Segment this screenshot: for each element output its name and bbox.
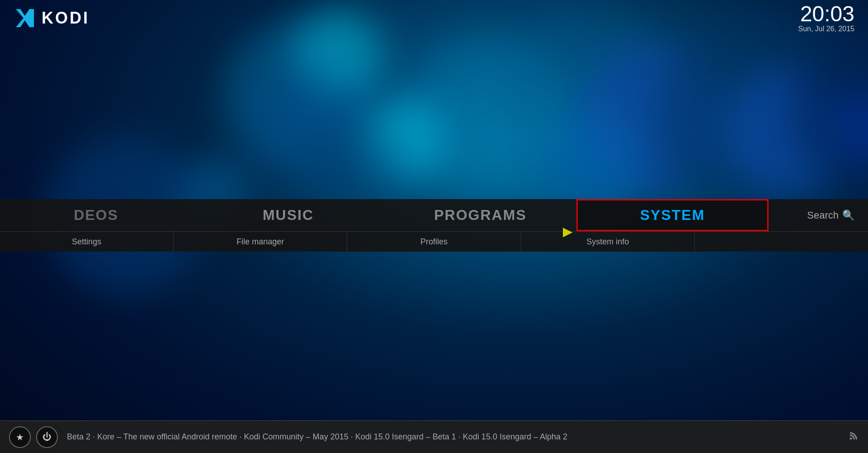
power-button[interactable]: ⏻ [36, 426, 58, 448]
nav-item-programs[interactable]: PROGRAMS [384, 199, 576, 231]
ticker-bar: ★ ⏻ Beta 2 · Kore – The new official And… [0, 420, 868, 453]
nav-item-system-label: SYSTEM [640, 207, 705, 224]
svg-point-1 [850, 437, 852, 439]
ticker-buttons: ★ ⏻ [0, 426, 67, 448]
nav-item-system[interactable]: SYSTEM [576, 199, 769, 231]
favorite-button[interactable]: ★ [9, 426, 31, 448]
nav-sub-settings[interactable]: Settings [0, 232, 174, 252]
ticker-text: Beta 2 · Kore – The new official Android… [67, 432, 567, 441]
nav-main: DEOS MUSIC PROGRAMS SYSTEM Search 🔍 [0, 199, 868, 232]
nav-bar: DEOS MUSIC PROGRAMS SYSTEM Search 🔍 Sett… [0, 199, 868, 252]
nav-sub: Settings File manager Profiles System in… [0, 232, 868, 252]
kodi-logo-icon [14, 7, 36, 29]
clock-time: 20:03 [798, 3, 854, 25]
rss-icon [839, 430, 868, 444]
app-title: KODI [42, 9, 90, 28]
favorite-icon: ★ [16, 432, 24, 443]
nav-item-videos[interactable]: DEOS [0, 199, 192, 231]
svg-marker-0 [16, 9, 34, 27]
nav-sub-profiles[interactable]: Profiles [347, 232, 521, 252]
nav-sub-system-info[interactable]: System info [521, 232, 695, 252]
nav-sub-file-manager[interactable]: File manager [174, 232, 347, 252]
nav-item-music[interactable]: MUSIC [192, 199, 384, 231]
nav-sub-profiles-label: Profiles [420, 237, 448, 247]
nav-item-videos-label: DEOS [74, 207, 118, 224]
nav-sub-system-info-label: System info [586, 237, 629, 247]
power-icon: ⏻ [42, 432, 52, 442]
header: KODI 20:03 Sun, Jul 26, 2015 [0, 0, 868, 36]
clock-area: 20:03 Sun, Jul 26, 2015 [798, 3, 854, 33]
nav-item-music-label: MUSIC [263, 207, 314, 224]
nav-sub-file-manager-label: File manager [236, 237, 284, 247]
nav-item-programs-label: PROGRAMS [434, 207, 526, 224]
search-label: Search [807, 210, 839, 221]
logo: KODI [14, 7, 90, 29]
ticker-text-area: Beta 2 · Kore – The new official Android… [67, 432, 839, 442]
nav-search[interactable]: Search 🔍 [769, 210, 868, 221]
search-icon: 🔍 [842, 210, 854, 221]
clock-date: Sun, Jul 26, 2015 [798, 25, 854, 33]
nav-sub-settings-label: Settings [72, 237, 101, 247]
